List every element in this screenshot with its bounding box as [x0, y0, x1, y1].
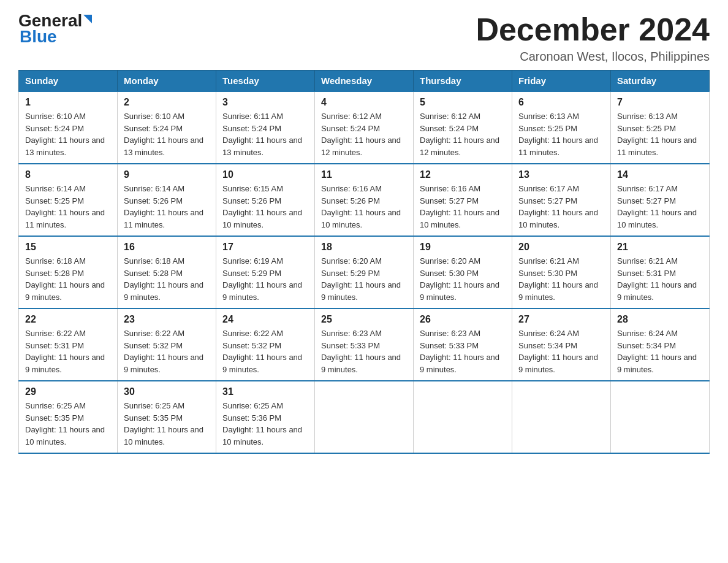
- day-info: Sunrise: 6:25 AMSunset: 5:36 PMDaylight:…: [222, 401, 302, 446]
- calendar-cell: 30Sunrise: 6:25 AMSunset: 5:35 PMDayligh…: [118, 381, 216, 453]
- day-info: Sunrise: 6:23 AMSunset: 5:33 PMDaylight:…: [420, 329, 499, 374]
- day-number: 19: [420, 242, 506, 253]
- calendar-cell: 16Sunrise: 6:18 AMSunset: 5:28 PMDayligh…: [118, 236, 216, 308]
- day-number: 4: [321, 97, 407, 108]
- day-info: Sunrise: 6:21 AMSunset: 5:30 PMDaylight:…: [518, 256, 598, 302]
- location-title: Caronoan West, Ilocos, Philippines: [476, 50, 710, 64]
- calendar-cell: 4Sunrise: 6:12 AMSunset: 5:24 PMDaylight…: [315, 91, 414, 164]
- day-info: Sunrise: 6:19 AMSunset: 5:29 PMDaylight:…: [222, 256, 302, 302]
- day-number: 5: [420, 97, 506, 108]
- day-number: 29: [25, 386, 111, 397]
- day-info: Sunrise: 6:22 AMSunset: 5:32 PMDaylight:…: [222, 329, 302, 374]
- calendar-cell: 19Sunrise: 6:20 AMSunset: 5:30 PMDayligh…: [414, 236, 512, 308]
- day-number: 7: [617, 97, 703, 108]
- header-friday: Friday: [512, 71, 611, 92]
- day-info: Sunrise: 6:14 AMSunset: 5:25 PMDaylight:…: [25, 184, 105, 229]
- calendar-cell: [512, 381, 611, 453]
- day-number: 27: [518, 314, 604, 325]
- calendar-cell: 10Sunrise: 6:15 AMSunset: 5:26 PMDayligh…: [216, 164, 315, 236]
- day-info: Sunrise: 6:14 AMSunset: 5:26 PMDaylight:…: [124, 184, 203, 229]
- day-number: 14: [617, 169, 703, 180]
- day-info: Sunrise: 6:24 AMSunset: 5:34 PMDaylight:…: [518, 329, 598, 374]
- month-title: December 2024: [476, 12, 710, 47]
- day-number: 15: [25, 242, 111, 253]
- day-info: Sunrise: 6:12 AMSunset: 5:24 PMDaylight:…: [420, 112, 499, 157]
- day-number: 22: [25, 314, 111, 325]
- calendar-cell: 17Sunrise: 6:19 AMSunset: 5:29 PMDayligh…: [216, 236, 315, 308]
- calendar-cell: 6Sunrise: 6:13 AMSunset: 5:25 PMDaylight…: [512, 91, 611, 164]
- calendar-cell: 21Sunrise: 6:21 AMSunset: 5:31 PMDayligh…: [611, 236, 710, 308]
- calendar-cell: 24Sunrise: 6:22 AMSunset: 5:32 PMDayligh…: [216, 308, 315, 381]
- day-number: 6: [518, 97, 604, 108]
- day-info: Sunrise: 6:13 AMSunset: 5:25 PMDaylight:…: [617, 112, 697, 157]
- calendar-week-1: 1Sunrise: 6:10 AMSunset: 5:24 PMDaylight…: [19, 91, 710, 164]
- calendar-cell: 31Sunrise: 6:25 AMSunset: 5:36 PMDayligh…: [216, 381, 315, 453]
- header-wednesday: Wednesday: [315, 71, 414, 92]
- calendar-cell: 9Sunrise: 6:14 AMSunset: 5:26 PMDaylight…: [118, 164, 216, 236]
- day-info: Sunrise: 6:23 AMSunset: 5:33 PMDaylight:…: [321, 329, 401, 374]
- calendar-cell: 22Sunrise: 6:22 AMSunset: 5:31 PMDayligh…: [19, 308, 118, 381]
- day-info: Sunrise: 6:10 AMSunset: 5:24 PMDaylight:…: [25, 112, 105, 157]
- day-number: 1: [25, 97, 111, 108]
- calendar-cell: 11Sunrise: 6:16 AMSunset: 5:26 PMDayligh…: [315, 164, 414, 236]
- day-info: Sunrise: 6:10 AMSunset: 5:24 PMDaylight:…: [124, 112, 203, 157]
- calendar-cell: [611, 381, 710, 453]
- day-info: Sunrise: 6:17 AMSunset: 5:27 PMDaylight:…: [617, 184, 697, 229]
- day-info: Sunrise: 6:25 AMSunset: 5:35 PMDaylight:…: [124, 401, 203, 446]
- day-info: Sunrise: 6:20 AMSunset: 5:29 PMDaylight:…: [321, 256, 401, 302]
- day-number: 11: [321, 169, 407, 180]
- day-number: 2: [124, 97, 210, 108]
- calendar-cell: 23Sunrise: 6:22 AMSunset: 5:32 PMDayligh…: [118, 308, 216, 381]
- day-number: 21: [617, 242, 703, 253]
- calendar-cell: 3Sunrise: 6:11 AMSunset: 5:24 PMDaylight…: [216, 91, 315, 164]
- header-sunday: Sunday: [19, 71, 118, 92]
- day-info: Sunrise: 6:18 AMSunset: 5:28 PMDaylight:…: [124, 256, 203, 302]
- day-info: Sunrise: 6:17 AMSunset: 5:27 PMDaylight:…: [518, 184, 598, 229]
- calendar-header-row: SundayMondayTuesdayWednesdayThursdayFrid…: [19, 71, 710, 92]
- day-info: Sunrise: 6:16 AMSunset: 5:26 PMDaylight:…: [321, 184, 401, 229]
- logo: General Blue: [18, 12, 92, 47]
- title-area: December 2024 Caronoan West, Ilocos, Phi…: [476, 12, 710, 64]
- calendar-cell: 5Sunrise: 6:12 AMSunset: 5:24 PMDaylight…: [414, 91, 512, 164]
- day-number: 20: [518, 242, 604, 253]
- calendar-cell: [315, 381, 414, 453]
- day-info: Sunrise: 6:22 AMSunset: 5:31 PMDaylight:…: [25, 329, 105, 374]
- day-info: Sunrise: 6:21 AMSunset: 5:31 PMDaylight:…: [617, 256, 697, 302]
- calendar-week-3: 15Sunrise: 6:18 AMSunset: 5:28 PMDayligh…: [19, 236, 710, 308]
- calendar-cell: [414, 381, 512, 453]
- calendar-week-2: 8Sunrise: 6:14 AMSunset: 5:25 PMDaylight…: [19, 164, 710, 236]
- calendar-cell: 12Sunrise: 6:16 AMSunset: 5:27 PMDayligh…: [414, 164, 512, 236]
- day-number: 18: [321, 242, 407, 253]
- calendar-cell: 1Sunrise: 6:10 AMSunset: 5:24 PMDaylight…: [19, 91, 118, 164]
- day-info: Sunrise: 6:13 AMSunset: 5:25 PMDaylight:…: [518, 112, 598, 157]
- day-number: 16: [124, 242, 210, 253]
- calendar-cell: 15Sunrise: 6:18 AMSunset: 5:28 PMDayligh…: [19, 236, 118, 308]
- day-number: 28: [617, 314, 703, 325]
- calendar-cell: 13Sunrise: 6:17 AMSunset: 5:27 PMDayligh…: [512, 164, 611, 236]
- day-number: 12: [420, 169, 506, 180]
- day-number: 10: [222, 169, 308, 180]
- day-info: Sunrise: 6:15 AMSunset: 5:26 PMDaylight:…: [222, 184, 302, 229]
- day-info: Sunrise: 6:20 AMSunset: 5:30 PMDaylight:…: [420, 256, 499, 302]
- day-number: 3: [222, 97, 308, 108]
- calendar-cell: 28Sunrise: 6:24 AMSunset: 5:34 PMDayligh…: [611, 308, 710, 381]
- day-number: 26: [420, 314, 506, 325]
- day-info: Sunrise: 6:25 AMSunset: 5:35 PMDaylight:…: [25, 401, 105, 446]
- day-number: 31: [222, 386, 308, 397]
- day-number: 24: [222, 314, 308, 325]
- day-number: 13: [518, 169, 604, 180]
- calendar-cell: 27Sunrise: 6:24 AMSunset: 5:34 PMDayligh…: [512, 308, 611, 381]
- page-header: General Blue December 2024 Caronoan West…: [18, 12, 710, 64]
- calendar-cell: 2Sunrise: 6:10 AMSunset: 5:24 PMDaylight…: [118, 91, 216, 164]
- day-info: Sunrise: 6:18 AMSunset: 5:28 PMDaylight:…: [25, 256, 105, 302]
- day-number: 25: [321, 314, 407, 325]
- day-info: Sunrise: 6:12 AMSunset: 5:24 PMDaylight:…: [321, 112, 401, 157]
- day-number: 17: [222, 242, 308, 253]
- calendar-cell: 26Sunrise: 6:23 AMSunset: 5:33 PMDayligh…: [414, 308, 512, 381]
- calendar-cell: 29Sunrise: 6:25 AMSunset: 5:35 PMDayligh…: [19, 381, 118, 453]
- calendar-cell: 14Sunrise: 6:17 AMSunset: 5:27 PMDayligh…: [611, 164, 710, 236]
- calendar-cell: 18Sunrise: 6:20 AMSunset: 5:29 PMDayligh…: [315, 236, 414, 308]
- day-number: 8: [25, 169, 111, 180]
- day-number: 23: [124, 314, 210, 325]
- header-thursday: Thursday: [414, 71, 512, 92]
